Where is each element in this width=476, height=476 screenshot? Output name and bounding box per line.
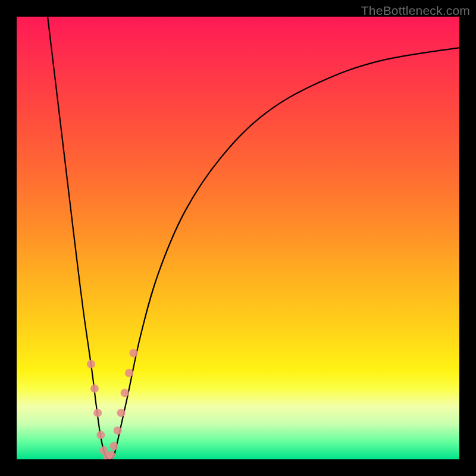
marker-dot bbox=[90, 384, 99, 393]
marker-dot bbox=[121, 389, 129, 397]
marker-dot bbox=[129, 349, 137, 357]
curve-layer bbox=[17, 17, 459, 459]
marker-dot bbox=[87, 360, 95, 368]
marker-dot bbox=[107, 451, 115, 459]
plot-area bbox=[17, 17, 459, 459]
marker-dot bbox=[125, 369, 133, 377]
marker-dot bbox=[117, 409, 126, 417]
marker-dot bbox=[114, 427, 122, 435]
marker-dot bbox=[93, 409, 102, 417]
marker-dot bbox=[110, 442, 118, 450]
highlighted-points bbox=[87, 349, 137, 459]
bottleneck-curve bbox=[48, 17, 459, 459]
watermark-text: TheBottleneck.com bbox=[361, 4, 470, 18]
marker-dot bbox=[96, 431, 105, 439]
chart-frame: TheBottleneck.com bbox=[0, 0, 476, 476]
